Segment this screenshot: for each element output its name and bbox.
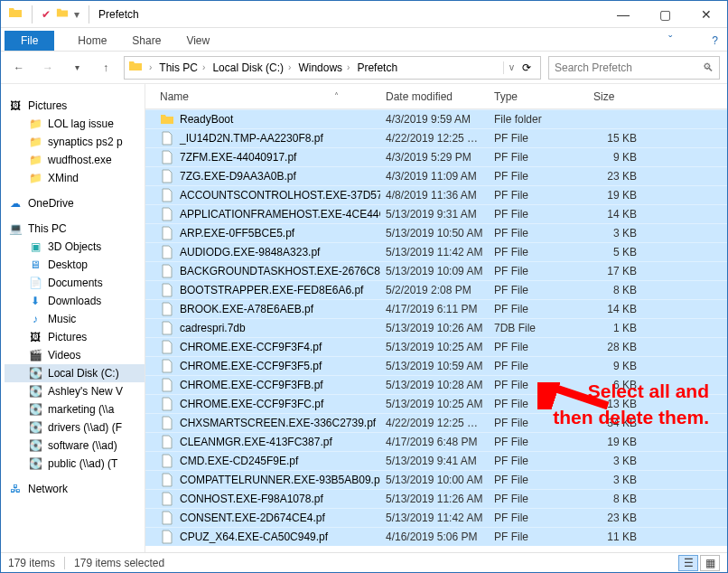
file-size: 8 KB: [588, 493, 642, 505]
checkmark-icon[interactable]: ✔: [42, 8, 51, 21]
table-row[interactable]: CONHOST.EXE-F98A1078.pf5/13/2019 11:26 A…: [145, 489, 727, 508]
search-input[interactable]: Search Prefetch 🔍︎: [548, 56, 720, 80]
maximize-button[interactable]: ▢: [644, 1, 686, 28]
nav-downloads[interactable]: ⬇Downloads: [5, 292, 145, 310]
nav-music[interactable]: ♪Music: [5, 310, 145, 328]
file-icon: [160, 283, 174, 297]
file-name: ACCOUNTSCONTROLHOST.EXE-37D57A...: [180, 189, 380, 202]
help-icon[interactable]: ?: [703, 31, 727, 51]
nav-thispc[interactable]: 💻This PC: [5, 220, 145, 238]
crumb-windows[interactable]: Windows›: [294, 61, 353, 74]
details-view-button[interactable]: ☰: [678, 555, 698, 571]
nav-videos[interactable]: 🎬Videos: [5, 346, 145, 364]
col-name[interactable]: Name˄: [154, 90, 380, 103]
file-type: PF File: [489, 246, 588, 258]
tab-view[interactable]: View: [184, 31, 211, 51]
file-name: BROOK.EXE-A78E6AEB.pf: [180, 303, 313, 315]
table-row[interactable]: CHXSMARTSCREEN.EXE-336C2739.pf4/22/2019 …: [145, 413, 727, 432]
table-row[interactable]: COMPATTELRUNNER.EXE-93B5AB09.pf5/13/2019…: [145, 470, 727, 489]
table-row[interactable]: BROOK.EXE-A78E6AEB.pf4/17/2019 6:11 PMPF…: [145, 299, 727, 318]
onedrive-icon: ☁: [8, 196, 23, 211]
file-type: PF File: [489, 417, 588, 429]
nav-public[interactable]: 💽public (\\ad) (T: [5, 455, 145, 473]
nav-pictures[interactable]: 🖼 Pictures: [5, 97, 145, 115]
file-date: 4/8/2019 11:36 AM: [380, 189, 489, 202]
table-row[interactable]: CONSENT.EXE-2D674CE4.pf5/13/2019 11:42 A…: [145, 508, 727, 527]
table-row[interactable]: cadrespri.7db5/13/2019 10:26 AM7DB File1…: [145, 318, 727, 337]
nav-network[interactable]: 🖧Network: [5, 480, 145, 498]
nav-wudf[interactable]: 📁wudfhost.exe: [5, 151, 145, 169]
search-icon[interactable]: 🔍︎: [703, 61, 714, 74]
refresh-icon[interactable]: ⟳: [517, 61, 531, 74]
drive-icon: 💽: [28, 366, 42, 380]
close-button[interactable]: ✕: [686, 1, 727, 28]
table-row[interactable]: 7ZG.EXE-D9AA3A0B.pf4/3/2019 11:09 AMPF F…: [145, 166, 727, 185]
tab-home[interactable]: Home: [76, 31, 108, 51]
table-row[interactable]: CHROME.EXE-CCF9F3F4.pf5/13/2019 10:25 AM…: [145, 337, 727, 356]
up-button[interactable]: ↑: [95, 57, 117, 79]
table-row[interactable]: BOOTSTRAPPER.EXE-FED8E6A6.pf5/2/2019 2:0…: [145, 280, 727, 299]
nav-ashley[interactable]: 💽Ashley's New V: [5, 382, 145, 400]
nav-software[interactable]: 💽software (\\ad): [5, 437, 145, 455]
nav-desktop[interactable]: 🖥Desktop: [5, 256, 145, 274]
documents-icon: 📄: [28, 276, 42, 290]
table-row[interactable]: CHROME.EXE-CCF9F3FB.pf5/13/2019 10:28 AM…: [145, 375, 727, 394]
nav-marketing[interactable]: 💽marketing (\\a: [5, 400, 145, 418]
nav-drivers[interactable]: 💽drivers (\\ad) (F: [5, 418, 145, 437]
table-row[interactable]: CLEANMGR.EXE-413FC387.pf4/17/2019 6:48 P…: [145, 432, 727, 451]
breadcrumb[interactable]: › This PC› Local Disk (C:)› Windows› Pre…: [124, 56, 541, 80]
music-icon: ♪: [28, 312, 42, 326]
nav-3d[interactable]: ▣3D Objects: [5, 238, 145, 256]
nav-tree[interactable]: 🖼 Pictures 📁LOL lag issue 📁synaptics ps2…: [1, 84, 145, 552]
table-row[interactable]: ReadyBoot4/3/2019 9:59 AMFile folder: [145, 109, 727, 128]
file-type: PF File: [489, 284, 588, 296]
file-rows[interactable]: ReadyBoot4/3/2019 9:59 AMFile folder_IU1…: [145, 109, 727, 552]
crumb-prefetch[interactable]: Prefetch: [353, 61, 401, 74]
table-row[interactable]: 7ZFM.EXE-44040917.pf4/3/2019 5:29 PMPF F…: [145, 147, 727, 166]
table-row[interactable]: APPLICATIONFRAMEHOST.EXE-4CE44C8...5/13/…: [145, 204, 727, 223]
nav-onedrive[interactable]: ☁OneDrive: [5, 194, 145, 212]
nav-pictures2[interactable]: 🖼Pictures: [5, 328, 145, 346]
table-row[interactable]: CPUZ_X64.EXE-CA50C949.pf4/16/2019 5:06 P…: [145, 527, 727, 546]
crumb-thispc[interactable]: This PC›: [155, 61, 209, 74]
crumb-drive[interactable]: Local Disk (C:)›: [209, 61, 294, 74]
tab-share[interactable]: Share: [130, 31, 163, 51]
table-row[interactable]: _IU14D2N.TMP-AA2230F8.pf4/22/2019 12:25 …: [145, 128, 727, 147]
file-name: APPLICATIONFRAMEHOST.EXE-4CE44C8...: [180, 208, 380, 221]
table-row[interactable]: CHROME.EXE-CCF9F3F5.pf5/13/2019 10:59 AM…: [145, 356, 727, 375]
table-row[interactable]: CHROME.EXE-CCF9F3FC.pf5/13/2019 10:25 AM…: [145, 394, 727, 413]
folder-small-icon[interactable]: [56, 6, 69, 22]
folder-icon[interactable]: [8, 5, 23, 23]
back-button[interactable]: ←: [8, 57, 30, 79]
table-row[interactable]: BACKGROUNDTASKHOST.EXE-2676C83F.pf5/13/2…: [145, 261, 727, 280]
crumb-root-chev[interactable]: ›: [143, 62, 155, 72]
file-name: cadrespri.7db: [180, 322, 246, 334]
col-type[interactable]: Type: [489, 90, 588, 103]
nav-lol[interactable]: 📁LOL lag issue: [5, 115, 145, 133]
file-name: 7ZG.EXE-D9AA3A0B.pf: [180, 170, 296, 183]
col-size[interactable]: Size: [588, 90, 727, 103]
recent-dropdown-icon[interactable]: ▾: [66, 57, 88, 79]
file-type: PF File: [489, 265, 588, 277]
file-name: BACKGROUNDTASKHOST.EXE-2676C83F.pf: [180, 265, 380, 277]
forward-button[interactable]: →: [37, 57, 59, 79]
file-tab[interactable]: File: [5, 31, 54, 51]
nav-localdisk[interactable]: 💽Local Disk (C:): [5, 364, 145, 382]
table-row[interactable]: AUDIODG.EXE-9848A323.pf5/13/2019 11:42 A…: [145, 242, 727, 261]
file-icon: [160, 321, 174, 335]
icons-view-button[interactable]: ▦: [700, 555, 720, 571]
ribbon-toggle-icon[interactable]: ˇ: [659, 31, 681, 51]
qat-dropdown-icon[interactable]: ▾: [74, 8, 79, 21]
table-row[interactable]: ACCOUNTSCONTROLHOST.EXE-37D57A...4/8/201…: [145, 185, 727, 204]
file-size: 13 KB: [588, 398, 642, 410]
file-date: 4/17/2019 6:11 PM: [380, 303, 489, 315]
minimize-button[interactable]: —: [602, 1, 644, 28]
address-dropdown-icon[interactable]: v: [509, 62, 514, 72]
file-type: PF File: [489, 132, 588, 145]
table-row[interactable]: ARP.EXE-0FF5BCE5.pf5/13/2019 10:50 AMPF …: [145, 223, 727, 242]
nav-documents[interactable]: 📄Documents: [5, 274, 145, 292]
col-date[interactable]: Date modified: [380, 90, 489, 103]
nav-syn[interactable]: 📁synaptics ps2 p: [5, 133, 145, 151]
nav-xmind[interactable]: 📁XMind: [5, 169, 145, 187]
table-row[interactable]: CMD.EXE-CD245F9E.pf5/13/2019 9:41 AMPF F…: [145, 451, 727, 470]
